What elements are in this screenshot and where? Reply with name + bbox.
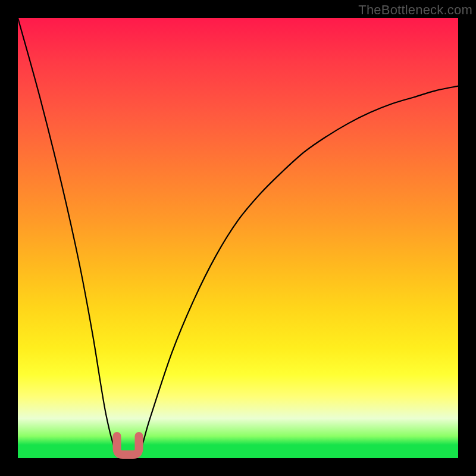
plot-area bbox=[18, 18, 458, 458]
curve-layer bbox=[18, 18, 458, 458]
watermark-text: TheBottleneck.com bbox=[358, 2, 472, 18]
dip-marker bbox=[117, 436, 139, 455]
bottleneck-curve bbox=[18, 18, 458, 459]
chart-frame: TheBottleneck.com bbox=[0, 0, 476, 476]
